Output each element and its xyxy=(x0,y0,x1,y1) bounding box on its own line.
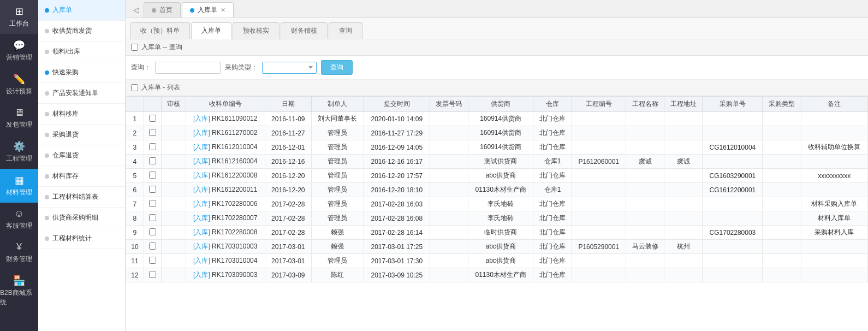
row-purchase-no xyxy=(703,268,763,282)
row-num: 2 xyxy=(126,126,144,140)
row-purchase-no xyxy=(703,112,763,126)
row-checkbox[interactable] xyxy=(149,271,156,278)
table-row: 7 [入库] RK1702280006 2017-02-28 管理员 2017-… xyxy=(126,197,868,211)
nav-dot xyxy=(45,50,49,54)
row-link[interactable]: [入库] xyxy=(193,271,210,279)
nav-item-material-stock[interactable]: 材料库存 xyxy=(38,166,125,187)
row-purchase-no xyxy=(703,211,763,226)
search-input[interactable] xyxy=(155,62,221,74)
nav-item-material-settlement[interactable]: 工程材料结算表 xyxy=(38,187,125,208)
row-submit-time: 2017-02-28 16:03 xyxy=(364,197,430,211)
row-creator: 管理员 xyxy=(311,155,364,169)
row-checkbox[interactable] xyxy=(149,115,156,122)
row-project-addr xyxy=(664,183,703,197)
inner-tab-label: 收（预）料单 xyxy=(140,27,180,34)
row-link[interactable]: [入库] xyxy=(193,115,210,122)
row-checkbox[interactable] xyxy=(149,143,156,150)
col-header-num xyxy=(126,97,144,112)
row-creator: 陈红 xyxy=(311,268,364,282)
row-checkbox[interactable] xyxy=(149,200,156,207)
row-checkbox[interactable] xyxy=(149,214,156,221)
row-supplier: 李氏地砖 xyxy=(468,211,533,226)
nav-item-material-stats[interactable]: 工程材料统计 xyxy=(38,228,125,249)
row-link[interactable]: [入库] xyxy=(193,257,210,264)
tab-collapse-button[interactable]: ◁ xyxy=(130,3,142,16)
nav-item-quick-purchase[interactable]: 快速采购 xyxy=(38,62,125,83)
row-link[interactable]: [入库] xyxy=(193,172,210,179)
inner-tab-label: 查询 xyxy=(339,27,352,34)
row-checkbox[interactable] xyxy=(149,129,156,136)
row-link[interactable]: [入库] xyxy=(193,157,210,165)
nav-item-supplier-purchase[interactable]: 供货商采购明细 xyxy=(38,208,125,228)
row-creator: 管理员 xyxy=(311,254,364,268)
list-section-checkbox[interactable] xyxy=(131,84,138,91)
row-link[interactable]: [入库] xyxy=(193,129,210,137)
search-button[interactable]: 查询 xyxy=(321,60,353,75)
sidebar-item-marketing[interactable]: 💬 营销管理 xyxy=(0,34,38,68)
row-checkbox[interactable] xyxy=(149,172,156,179)
marketing-icon: 💬 xyxy=(13,39,25,51)
row-link[interactable]: [入库] xyxy=(193,200,210,208)
row-date: 2017-02-28 xyxy=(265,226,311,240)
tab-label: 入库单 xyxy=(198,5,217,15)
tab-label: 首页 xyxy=(159,5,173,15)
row-creator: 赖强 xyxy=(311,240,364,254)
nav-item-receive-goods[interactable]: 收供货商发货 xyxy=(38,21,125,42)
nav-item-material-move[interactable]: 材料移库 xyxy=(38,104,125,125)
design-icon: ✏️ xyxy=(13,73,25,85)
tab-warehouse-in[interactable]: 入库单 ✕ xyxy=(182,2,234,17)
nav-item-pick-out[interactable]: 领料/出库 xyxy=(38,42,125,62)
col-header-supplier: 供货商 xyxy=(468,97,533,112)
nav-item-warehouse-in[interactable]: 入库单 xyxy=(38,0,125,21)
inner-tab-query[interactable]: 查询 xyxy=(329,22,362,39)
inner-tab-pre-verify[interactable]: 预收核实 xyxy=(233,22,280,39)
row-purchase-no xyxy=(703,155,763,169)
nav-item-warehouse-return[interactable]: 仓库退货 xyxy=(38,145,125,166)
tab-home[interactable]: 首页 xyxy=(144,2,181,17)
inner-tab-warehouse-in[interactable]: 入库单 xyxy=(191,22,231,39)
nav-item-install-notice[interactable]: 产品安装通知单 xyxy=(38,83,125,104)
table-row: 2 [入库] RK1611270002 2016-11-27 管理员 2016-… xyxy=(126,126,868,140)
sidebar-item-materials[interactable]: ▦ 材料管理 xyxy=(0,169,38,203)
row-invoice xyxy=(430,226,468,240)
row-project-code xyxy=(572,169,626,183)
row-remark xyxy=(801,155,867,169)
inner-tab-receive[interactable]: 收（预）料单 xyxy=(130,22,190,39)
row-audit xyxy=(162,112,186,126)
sidebar-item-b2b[interactable]: 🏪 B2B商城系统 xyxy=(0,269,38,312)
row-audit xyxy=(162,155,186,169)
purchase-type-select[interactable] xyxy=(262,62,317,74)
sidebar-item-outsource[interactable]: 🖥 发包管理 xyxy=(0,102,38,135)
nav-dot xyxy=(45,174,49,179)
row-link[interactable]: [入库] xyxy=(193,186,210,193)
nav-item-label: 收供货商发货 xyxy=(52,26,92,36)
row-project-name xyxy=(626,211,664,226)
row-submit-time: 2017-03-01 17:25 xyxy=(364,240,430,254)
sidebar-item-label: 工作台 xyxy=(9,19,29,28)
inner-tab-finance-audit[interactable]: 财务稽核 xyxy=(281,22,328,39)
row-date: 2016-12-20 xyxy=(265,169,311,183)
row-link[interactable]: [入库] xyxy=(193,214,210,222)
row-checkbox[interactable] xyxy=(149,228,156,235)
row-checkbox[interactable] xyxy=(149,243,156,250)
row-supplier: 160914供货商 xyxy=(468,112,533,126)
sidebar-item-workbench[interactable]: ⊞ 工作台 xyxy=(0,0,38,34)
sidebar-item-engineering[interactable]: ⚙️ 工程管理 xyxy=(0,135,38,169)
row-num: 11 xyxy=(126,254,144,268)
tab-close-button[interactable]: ✕ xyxy=(221,7,225,14)
row-link[interactable]: [入库] xyxy=(193,143,210,151)
query-section-checkbox[interactable] xyxy=(131,44,138,51)
row-checkbox[interactable] xyxy=(149,186,156,193)
sidebar-item-design[interactable]: ✏️ 设计预算 xyxy=(0,68,38,102)
row-checkbox[interactable] xyxy=(149,157,156,164)
row-purchase-type xyxy=(763,226,801,240)
row-checkbox[interactable] xyxy=(149,257,156,264)
sidebar-item-finance[interactable]: ¥ 财务管理 xyxy=(0,236,38,269)
row-link[interactable]: [入库] xyxy=(193,243,210,250)
nav-item-purchase-return[interactable]: 采购退货 xyxy=(38,125,125,145)
sidebar-item-service[interactable]: ☺ 客服管理 xyxy=(0,203,38,236)
row-project-name xyxy=(626,254,664,268)
nav-dot xyxy=(45,237,49,241)
row-link[interactable]: [入库] xyxy=(193,228,210,236)
row-audit xyxy=(162,226,186,240)
